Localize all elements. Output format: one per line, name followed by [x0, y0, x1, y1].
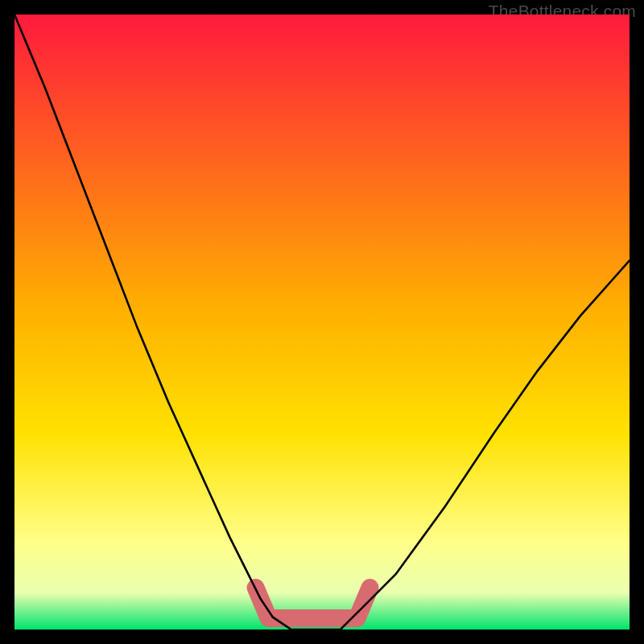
- plot-area: [14, 14, 630, 630]
- chart-frame: TheBottleneck.com: [0, 0, 644, 644]
- gradient-bg: [14, 14, 630, 630]
- chart-svg: [14, 14, 630, 630]
